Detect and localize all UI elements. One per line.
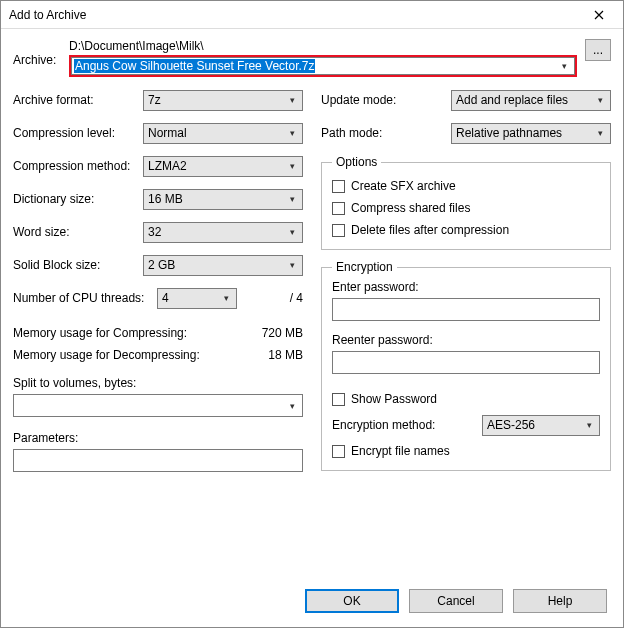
- encryption-legend: Encryption: [332, 260, 397, 274]
- close-icon: [594, 10, 604, 20]
- update-mode-label: Update mode:: [321, 93, 451, 107]
- chevron-down-icon: ▾: [287, 260, 298, 270]
- archive-label: Archive:: [13, 39, 69, 67]
- split-volumes-combo[interactable]: ▾: [13, 394, 303, 417]
- compress-shared-checkbox[interactable]: Compress shared files: [332, 201, 600, 215]
- archive-name-combo[interactable]: Angus Cow Silhouette Sunset Free Vector.…: [71, 57, 575, 75]
- checkbox-icon: [332, 180, 345, 193]
- compression-method-select[interactable]: LZMA2▾: [143, 156, 303, 177]
- browse-label: ...: [593, 43, 603, 57]
- archive-name-value: Angus Cow Silhouette Sunset Free Vector.…: [74, 59, 315, 73]
- encryption-method-label: Encryption method:: [332, 418, 482, 432]
- window-title: Add to Archive: [9, 8, 579, 22]
- chevron-down-icon: ▾: [287, 194, 298, 204]
- chevron-down-icon: ▾: [556, 61, 572, 71]
- archive-format-label: Archive format:: [13, 93, 143, 107]
- parameters-input[interactable]: [13, 449, 303, 472]
- path-mode-select[interactable]: Relative pathnames▾: [451, 123, 611, 144]
- mem-compress-value: 720 MB: [262, 326, 303, 340]
- options-group: Options Create SFX archive Compress shar…: [321, 155, 611, 250]
- chevron-down-icon: ▾: [287, 401, 298, 411]
- parameters-label: Parameters:: [13, 431, 303, 445]
- cpu-threads-select[interactable]: 4▾: [157, 288, 237, 309]
- ok-button[interactable]: OK: [305, 589, 399, 613]
- options-legend: Options: [332, 155, 381, 169]
- encryption-method-select[interactable]: AES-256▾: [482, 415, 600, 436]
- archive-name-highlight: Angus Cow Silhouette Sunset Free Vector.…: [69, 55, 577, 77]
- close-button[interactable]: [579, 3, 619, 27]
- compression-level-select[interactable]: Normal▾: [143, 123, 303, 144]
- enter-password-label: Enter password:: [332, 280, 600, 294]
- update-mode-select[interactable]: Add and replace files▾: [451, 90, 611, 111]
- cancel-button[interactable]: Cancel: [409, 589, 503, 613]
- enter-password-input[interactable]: [332, 298, 600, 321]
- word-size-select[interactable]: 32▾: [143, 222, 303, 243]
- dictionary-size-label: Dictionary size:: [13, 192, 143, 206]
- chevron-down-icon: ▾: [287, 128, 298, 138]
- solid-block-size-label: Solid Block size:: [13, 258, 143, 272]
- encrypt-filenames-checkbox[interactable]: Encrypt file names: [332, 444, 600, 458]
- chevron-down-icon: ▾: [221, 293, 232, 303]
- cpu-threads-total: / 4: [243, 291, 303, 305]
- checkbox-icon: [332, 202, 345, 215]
- path-mode-label: Path mode:: [321, 126, 451, 140]
- chevron-down-icon: ▾: [584, 420, 595, 430]
- show-password-checkbox[interactable]: Show Password: [332, 392, 600, 406]
- title-bar: Add to Archive: [1, 1, 623, 29]
- archive-path: D:\Document\Image\Milk\: [69, 39, 577, 53]
- encryption-group: Encryption Enter password: Reenter passw…: [321, 260, 611, 471]
- split-volumes-label: Split to volumes, bytes:: [13, 376, 303, 390]
- help-button[interactable]: Help: [513, 589, 607, 613]
- mem-decompress-value: 18 MB: [268, 348, 303, 362]
- chevron-down-icon: ▾: [287, 95, 298, 105]
- checkbox-icon: [332, 224, 345, 237]
- reenter-password-input[interactable]: [332, 351, 600, 374]
- browse-button[interactable]: ...: [585, 39, 611, 61]
- chevron-down-icon: ▾: [287, 227, 298, 237]
- word-size-label: Word size:: [13, 225, 143, 239]
- cpu-threads-label: Number of CPU threads:: [13, 291, 157, 305]
- archive-format-select[interactable]: 7z▾: [143, 90, 303, 111]
- mem-compress-label: Memory usage for Compressing:: [13, 326, 187, 340]
- mem-decompress-label: Memory usage for Decompressing:: [13, 348, 200, 362]
- delete-after-checkbox[interactable]: Delete files after compression: [332, 223, 600, 237]
- reenter-password-label: Reenter password:: [332, 333, 600, 347]
- checkbox-icon: [332, 445, 345, 458]
- compression-level-label: Compression level:: [13, 126, 143, 140]
- solid-block-size-select[interactable]: 2 GB▾: [143, 255, 303, 276]
- checkbox-icon: [332, 393, 345, 406]
- chevron-down-icon: ▾: [595, 128, 606, 138]
- create-sfx-checkbox[interactable]: Create SFX archive: [332, 179, 600, 193]
- chevron-down-icon: ▾: [287, 161, 298, 171]
- dictionary-size-select[interactable]: 16 MB▾: [143, 189, 303, 210]
- chevron-down-icon: ▾: [595, 95, 606, 105]
- compression-method-label: Compression method:: [13, 159, 143, 173]
